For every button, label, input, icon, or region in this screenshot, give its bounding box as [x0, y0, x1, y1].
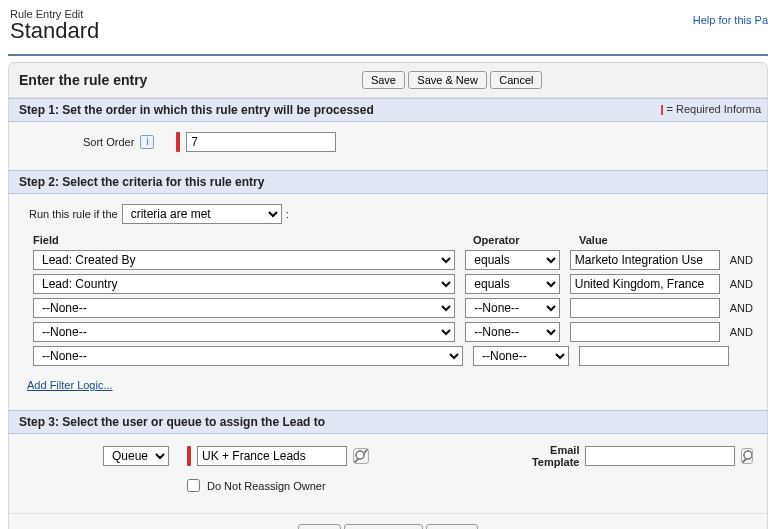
save-button[interactable]: Save [298, 524, 341, 529]
save-new-button[interactable]: Save & New [344, 524, 423, 529]
help-link[interactable]: Help for this Pa [693, 14, 768, 26]
panel-title: Enter the rule entry [19, 72, 147, 88]
criteria-row: --None-- --None-- [23, 344, 753, 368]
field-select[interactable]: Lead: Country [33, 274, 455, 294]
save-new-button[interactable]: Save & New [408, 71, 487, 89]
criteria-row: Lead: Country equals AND [23, 272, 753, 296]
lookup-icon[interactable] [353, 448, 369, 464]
do-not-reassign-checkbox[interactable] [187, 479, 200, 492]
and-label: AND [730, 254, 753, 266]
cancel-button[interactable]: Cancel [426, 524, 478, 529]
criteria-row: --None-- --None-- AND [23, 296, 753, 320]
col-operator: Operator [473, 234, 569, 246]
step3-header: Step 3: Select the user or queue to assi… [9, 410, 767, 434]
value-input[interactable] [570, 274, 720, 294]
lookup-icon[interactable] [741, 448, 753, 464]
required-marker-icon [176, 132, 180, 152]
step1-header: Step 1: Set the order in which this rule… [9, 98, 767, 122]
value-input[interactable] [579, 346, 729, 366]
and-label: AND [730, 278, 753, 290]
rule-entry-panel: Enter the rule entry Save Save & New Can… [8, 62, 768, 529]
col-value: Value [579, 234, 729, 246]
add-filter-logic-link[interactable]: Add Filter Logic... [27, 379, 113, 391]
email-template-label: Email Template [525, 444, 579, 468]
do-not-reassign-label: Do Not Reassign Owner [207, 480, 326, 492]
col-field: Field [33, 234, 463, 246]
step2-header: Step 2: Select the criteria for this rul… [9, 170, 767, 194]
and-label: AND [730, 302, 753, 314]
value-input[interactable] [570, 322, 720, 342]
run-rule-label-post: : [286, 208, 289, 220]
required-info: | = Required Informa [660, 103, 761, 115]
operator-select[interactable]: --None-- [473, 346, 569, 366]
sort-order-label: Sort Order [83, 136, 134, 148]
operator-select[interactable]: --None-- [465, 322, 559, 342]
and-label: AND [730, 326, 753, 338]
info-icon[interactable]: i [140, 135, 154, 149]
field-select[interactable]: --None-- [33, 346, 463, 366]
assignee-type-select[interactable]: Queue [103, 446, 169, 466]
criteria-row: Lead: Created By equals AND [23, 248, 753, 272]
assignee-input[interactable] [197, 446, 347, 466]
field-select[interactable]: --None-- [33, 322, 455, 342]
field-select[interactable]: --None-- [33, 298, 455, 318]
run-rule-select[interactable]: criteria are met [122, 204, 282, 224]
save-button[interactable]: Save [362, 71, 405, 89]
cancel-button[interactable]: Cancel [490, 71, 542, 89]
email-template-input[interactable] [585, 446, 735, 466]
operator-select[interactable]: --None-- [465, 298, 559, 318]
value-input[interactable] [570, 250, 720, 270]
required-marker-icon [187, 446, 191, 466]
page-title: Standard [10, 18, 764, 44]
value-input[interactable] [570, 298, 720, 318]
operator-select[interactable]: equals [465, 250, 559, 270]
field-select[interactable]: Lead: Created By [33, 250, 455, 270]
criteria-row: --None-- --None-- AND [23, 320, 753, 344]
sort-order-input[interactable] [186, 132, 336, 152]
operator-select[interactable]: equals [465, 274, 559, 294]
run-rule-label-pre: Run this rule if the [29, 208, 118, 220]
